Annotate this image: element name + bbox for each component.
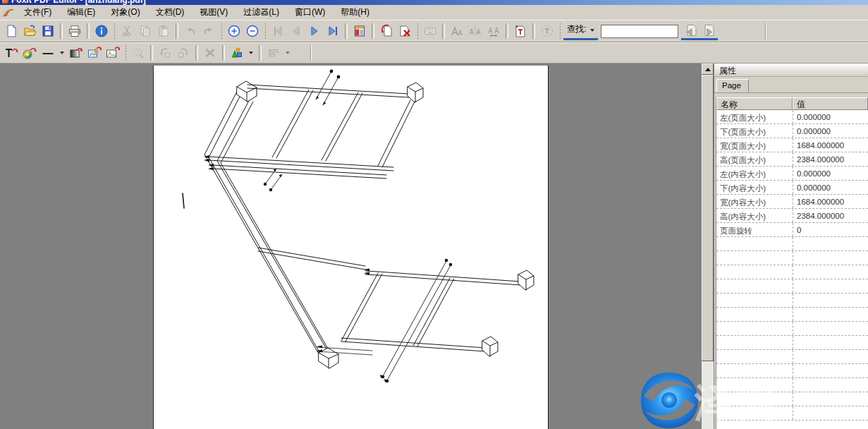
property-value[interactable]: 0.000000	[793, 110, 868, 123]
separator	[506, 23, 508, 39]
add-text-object-button[interactable]	[2, 44, 20, 62]
zoom-in-button[interactable]	[225, 22, 243, 40]
toolbar-grip[interactable]	[114, 23, 115, 39]
menu-edit[interactable]: 编辑(E)	[59, 5, 103, 20]
new-button[interactable]	[2, 22, 20, 40]
property-value[interactable]: 0.000000	[793, 167, 868, 180]
menu-help[interactable]: 帮助(H)	[333, 5, 377, 20]
next-page-button[interactable]	[305, 22, 324, 40]
page-thumbnails-button[interactable]	[350, 22, 369, 40]
property-value[interactable]: 0	[793, 223, 868, 236]
align-dropdown-icon[interactable]	[286, 52, 290, 54]
document-canvas[interactable]	[0, 64, 702, 429]
insert-page-button[interactable]	[377, 22, 396, 40]
menu-view[interactable]: 视图(V)	[192, 5, 236, 20]
paste-button[interactable]	[154, 22, 173, 40]
column-header-value[interactable]: 值	[793, 97, 868, 110]
menu-filter[interactable]: 过滤器(L)	[236, 5, 287, 20]
select-object-button[interactable]	[129, 44, 147, 62]
menu-document[interactable]: 文档(D)	[148, 5, 192, 20]
edit-image-button[interactable]	[85, 44, 104, 62]
find-dropdown-icon[interactable]	[590, 29, 594, 32]
property-value[interactable]: 2384.000000	[793, 209, 868, 222]
prev-page-button[interactable]	[287, 22, 305, 40]
property-row[interactable]: 下(页面大小)0.000000	[716, 124, 868, 138]
redo-button[interactable]	[200, 22, 218, 40]
property-row[interactable]: 高(内容大小)2384.000000	[716, 209, 868, 223]
empty-row	[716, 322, 868, 336]
add-image-button[interactable]	[104, 44, 122, 62]
rotate-left-button[interactable]	[156, 44, 174, 62]
property-row[interactable]: 页面旋转0	[716, 223, 868, 237]
separator	[532, 23, 535, 39]
find-prev-button[interactable]	[681, 23, 699, 40]
tab-page[interactable]: Page	[716, 79, 749, 92]
delete-page-button[interactable]	[396, 22, 414, 40]
property-row[interactable]: 左(页面大小)0.000000	[716, 110, 868, 124]
property-value[interactable]: 1684.000000	[793, 138, 868, 152]
add-shape-button[interactable]	[228, 44, 246, 62]
property-row[interactable]: 宽(页面大小)1684.000000	[716, 138, 868, 152]
copy-icon	[138, 24, 152, 38]
menu-file[interactable]: 文件(F)	[16, 5, 59, 20]
line-style-dropdown-icon[interactable]	[60, 52, 64, 54]
add-text-button[interactable]	[511, 22, 530, 40]
toolbar-grip[interactable]	[125, 45, 126, 61]
property-value[interactable]: 0.000000	[793, 181, 868, 194]
rotate-right-button[interactable]	[174, 44, 192, 62]
toolbar-grip[interactable]	[559, 23, 561, 39]
print-icon	[68, 24, 82, 38]
undo-button[interactable]	[181, 22, 200, 40]
virtual-keyboard-button[interactable]	[421, 22, 439, 40]
menu-window[interactable]: 窗口(W)	[287, 5, 333, 20]
column-header-name[interactable]: 名称	[716, 97, 793, 110]
toolbar-grip[interactable]	[264, 23, 266, 39]
zoom-out-button[interactable]	[243, 22, 262, 40]
property-value[interactable]: 2384.000000	[793, 152, 868, 166]
align-button[interactable]	[264, 44, 283, 62]
property-row[interactable]: 左(内容大小)0.000000	[716, 167, 868, 181]
text-tool-button[interactable]	[538, 22, 556, 40]
font-button[interactable]	[448, 22, 466, 40]
find-input[interactable]	[601, 25, 678, 38]
property-row[interactable]: 下(内容大小)0.000000	[716, 181, 868, 195]
property-name: 高(内容大小)	[716, 209, 793, 222]
property-row[interactable]: 高(页面大小)2384.000000	[716, 152, 868, 167]
add-color-button[interactable]	[20, 44, 39, 62]
first-page-button[interactable]	[269, 22, 287, 40]
line-style-button[interactable]	[39, 44, 57, 62]
char-spacing-button[interactable]	[484, 22, 503, 40]
scrollbar-track[interactable]	[702, 361, 714, 429]
scroll-up-button[interactable]	[702, 64, 714, 75]
first-page-icon	[271, 24, 285, 38]
pdf-page[interactable]	[153, 65, 549, 429]
find-next-button[interactable]	[699, 23, 718, 40]
last-page-button[interactable]	[324, 22, 342, 40]
cut-button[interactable]	[118, 22, 136, 40]
vertical-scrollbar[interactable]	[702, 64, 714, 429]
save-floppy-icon	[41, 24, 55, 38]
add-gradient-button[interactable]	[67, 44, 85, 62]
save-button[interactable]	[39, 22, 57, 40]
property-value[interactable]: 1684.000000	[793, 195, 868, 208]
delete-object-button[interactable]	[201, 44, 219, 62]
scrollbar-thumb[interactable]	[702, 75, 714, 361]
last-page-icon	[326, 24, 340, 38]
doc-info-button[interactable]	[92, 22, 111, 40]
undo-arrow-icon	[183, 24, 197, 38]
property-value[interactable]: 0.000000	[793, 124, 868, 138]
kerning-button[interactable]	[466, 22, 484, 40]
menu-object[interactable]: 对象(O)	[103, 5, 147, 20]
text-circle-icon	[540, 24, 554, 38]
separator	[222, 45, 225, 61]
find-label: 查找:	[564, 23, 587, 37]
toolbar-grip[interactable]	[221, 23, 222, 39]
copy-button[interactable]	[136, 22, 154, 40]
open-button[interactable]	[20, 22, 39, 40]
property-row[interactable]: 宽(内容大小)1684.000000	[716, 195, 868, 209]
foxit-swoosh-icon	[2, 7, 15, 18]
print-button[interactable]	[66, 22, 84, 40]
add-shape-dropdown-icon[interactable]	[249, 52, 253, 54]
toolbar-grip[interactable]	[417, 23, 418, 39]
empty-row	[716, 350, 868, 364]
